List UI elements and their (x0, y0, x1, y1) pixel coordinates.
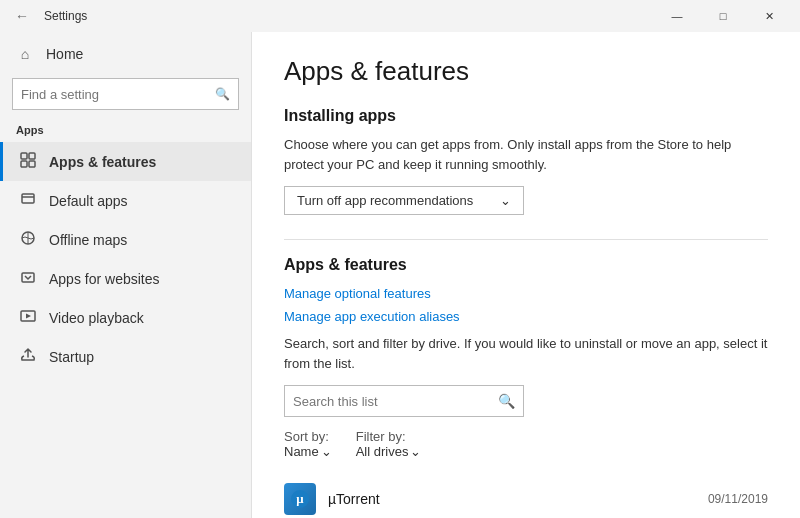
installing-section-desc: Choose where you can get apps from. Only… (284, 135, 768, 174)
home-icon: ⌂ (16, 46, 34, 62)
svg-rect-0 (21, 153, 27, 159)
app-icon-utorrent: μ (284, 483, 316, 515)
sidebar-section-label: Apps (0, 120, 251, 142)
apps-section-title: Apps & features (284, 256, 768, 274)
sidebar-search-icon: 🔍 (215, 87, 230, 101)
apps-features-section: Apps & features Manage optional features… (284, 256, 768, 518)
sidebar-item-apps-websites[interactable]: Apps for websites (0, 259, 251, 298)
startup-icon (19, 347, 37, 366)
sidebar-item-startup[interactable]: Startup (0, 337, 251, 376)
close-button[interactable]: ✕ (746, 0, 792, 32)
svg-rect-4 (22, 194, 34, 203)
sort-filter-row: Sort by: Name ⌄ Filter by: All drives ⌄ (284, 429, 768, 459)
sidebar-search[interactable]: 🔍 (12, 78, 239, 110)
apps-websites-icon (19, 269, 37, 288)
apps-features-icon (19, 152, 37, 171)
video-playback-icon (19, 308, 37, 327)
sidebar-item-label: Default apps (49, 193, 128, 209)
page-title: Apps & features (284, 56, 768, 87)
sort-by-control[interactable]: Sort by: Name ⌄ (284, 429, 332, 459)
app-info-utorrent: µTorrent (328, 491, 696, 507)
home-label: Home (46, 46, 83, 62)
sidebar: ⌂ Home 🔍 Apps Apps & features (0, 32, 252, 518)
minimize-button[interactable]: — (654, 0, 700, 32)
app-name-utorrent: µTorrent (328, 491, 696, 507)
search-list-icon: 🔍 (498, 393, 515, 409)
filter-chevron-icon: ⌄ (410, 444, 421, 459)
maximize-button[interactable]: □ (700, 0, 746, 32)
back-button[interactable]: ← (8, 2, 36, 30)
sidebar-item-label: Startup (49, 349, 94, 365)
titlebar-left: ← Settings (8, 2, 87, 30)
titlebar: ← Settings — □ ✕ (0, 0, 800, 32)
sidebar-item-offline-maps[interactable]: Offline maps (0, 220, 251, 259)
search-list-box[interactable]: 🔍 (284, 385, 524, 417)
app-list: μ µTorrent 09/11/2019 (284, 473, 768, 518)
search-sort-area: 🔍 Sort by: Name ⌄ Filter by: All drives (284, 385, 768, 459)
sidebar-item-apps-features[interactable]: Apps & features (0, 142, 251, 181)
app-body: ⌂ Home 🔍 Apps Apps & features (0, 32, 800, 518)
sort-value[interactable]: Name ⌄ (284, 444, 332, 459)
titlebar-controls: — □ ✕ (654, 0, 792, 32)
content-area: Apps & features Installing apps Choose w… (252, 32, 800, 518)
installing-apps-section: Installing apps Choose where you can get… (284, 107, 768, 215)
app-meta-utorrent: 09/11/2019 (708, 492, 768, 506)
install-source-dropdown[interactable]: Turn off app recommendations ⌄ (284, 186, 524, 215)
search-list-input[interactable] (293, 394, 498, 409)
installing-section-title: Installing apps (284, 107, 768, 125)
sidebar-item-label: Apps & features (49, 154, 156, 170)
offline-maps-icon (19, 230, 37, 249)
manage-execution-aliases-link[interactable]: Manage app execution aliases (284, 309, 768, 324)
svg-rect-8 (22, 273, 34, 282)
app-date-utorrent: 09/11/2019 (708, 492, 768, 506)
svg-marker-10 (26, 314, 31, 319)
titlebar-title: Settings (44, 9, 87, 23)
svg-text:μ: μ (296, 491, 304, 506)
section-divider (284, 239, 768, 240)
app-item-utorrent[interactable]: μ µTorrent 09/11/2019 (284, 473, 768, 518)
sidebar-item-label: Offline maps (49, 232, 127, 248)
search-sort-desc: Search, sort and filter by drive. If you… (284, 334, 768, 373)
sort-label: Sort by: (284, 429, 329, 444)
sort-chevron-icon: ⌄ (321, 444, 332, 459)
sidebar-item-label: Apps for websites (49, 271, 160, 287)
svg-rect-3 (29, 161, 35, 167)
sidebar-item-label: Video playback (49, 310, 144, 326)
svg-rect-1 (29, 153, 35, 159)
dropdown-chevron-icon: ⌄ (500, 193, 511, 208)
filter-label: Filter by: (356, 429, 406, 444)
sidebar-item-default-apps[interactable]: Default apps (0, 181, 251, 220)
filter-by-control[interactable]: Filter by: All drives ⌄ (356, 429, 422, 459)
dropdown-value: Turn off app recommendations (297, 193, 473, 208)
default-apps-icon (19, 191, 37, 210)
filter-value[interactable]: All drives ⌄ (356, 444, 422, 459)
svg-rect-2 (21, 161, 27, 167)
sidebar-item-video-playback[interactable]: Video playback (0, 298, 251, 337)
sidebar-search-input[interactable] (21, 87, 215, 102)
sidebar-item-home[interactable]: ⌂ Home (0, 36, 251, 72)
manage-optional-features-link[interactable]: Manage optional features (284, 286, 768, 301)
